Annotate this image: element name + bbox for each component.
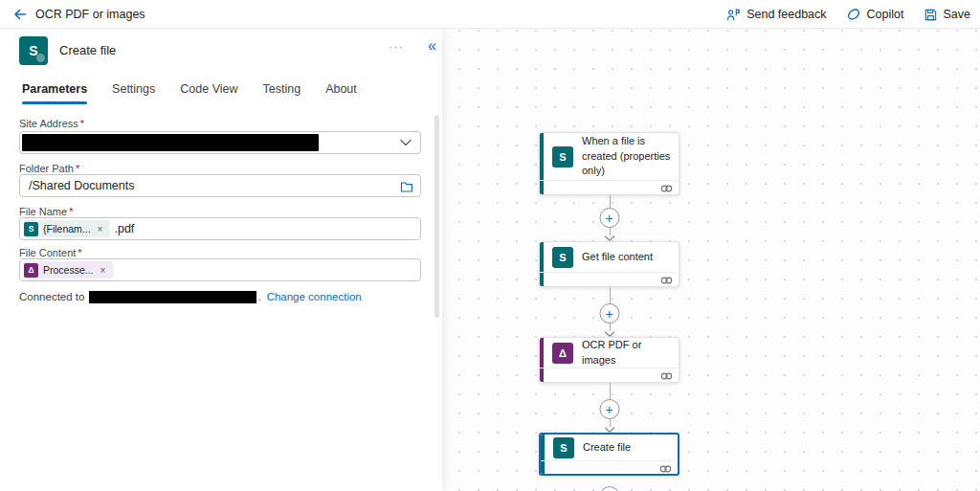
tab-code-view[interactable]: Code View	[180, 82, 237, 104]
folder-path-input[interactable]: /Shared Documents	[19, 174, 421, 197]
feedback-icon	[726, 8, 741, 22]
sharepoint-token-icon: S	[24, 222, 38, 236]
back-button[interactable]	[10, 4, 31, 25]
node-body: S Create file	[541, 435, 678, 460]
file-content-label: File Content*	[19, 247, 82, 258]
node-when-a-file-is-created[interactable]: S When a file is created (properties onl…	[539, 132, 679, 195]
node-body: S When a file is created (properties onl…	[540, 133, 679, 180]
sharepoint-icon-dot	[36, 54, 45, 62]
copilot-label: Copilot	[867, 8, 904, 21]
ai-builder-token-icon: Δ	[24, 263, 38, 278]
connector	[539, 486, 679, 491]
connector: +	[539, 383, 679, 433]
site-address-label: Site Address*	[19, 118, 84, 129]
connection-info: Connected to . Change connection	[19, 289, 362, 304]
redacted-connection-name	[89, 291, 256, 303]
connection-link-icon	[660, 276, 673, 285]
copilot-icon	[846, 7, 861, 22]
insert-step-button[interactable]: +	[599, 399, 619, 419]
save-icon	[924, 8, 938, 22]
connected-to-text: Connected to	[19, 291, 84, 302]
save-label: Save	[944, 8, 971, 21]
node-body: S Get file content	[540, 242, 679, 272]
node-body: Δ OCR PDF or images	[540, 338, 679, 368]
more-options-button[interactable]: ···	[389, 39, 404, 54]
sharepoint-node-icon: S	[552, 247, 573, 268]
node-footer	[540, 368, 679, 383]
topbar: OCR PDF or images Send feedback	[0, 0, 980, 29]
folder-path-value: /Shared Documents	[20, 179, 134, 192]
send-feedback-label: Send feedback	[746, 8, 826, 21]
chevron-down-icon	[400, 139, 412, 146]
required-asterisk: *	[69, 206, 73, 217]
tab-testing[interactable]: Testing	[263, 82, 301, 104]
connector: +	[539, 195, 679, 241]
action-title: Create file	[59, 43, 116, 57]
file-extension-text: .pdf	[114, 222, 134, 235]
action-panel: S Create file ··· « Parameters Settings …	[0, 29, 442, 491]
required-asterisk: *	[78, 247, 81, 258]
sharepoint-node-icon: S	[552, 146, 573, 167]
node-create-file[interactable]: S Create file	[539, 433, 679, 476]
connection-link-icon	[660, 184, 673, 193]
tab-settings[interactable]: Settings	[112, 82, 155, 104]
connection-link-icon	[659, 464, 672, 474]
flow-canvas[interactable]: S When a file is created (properties onl…	[442, 29, 980, 491]
file-name-input[interactable]: S {Filenam... × .pdf	[19, 217, 421, 240]
sharepoint-node-icon: S	[553, 437, 574, 458]
node-title: Create file	[583, 440, 631, 455]
node-footer	[541, 460, 678, 476]
connector: +	[539, 287, 679, 337]
insert-step-button[interactable]	[599, 486, 619, 491]
node-get-file-content[interactable]: S Get file content	[539, 241, 679, 287]
node-title: Get file content	[582, 250, 653, 264]
tab-about[interactable]: About	[325, 82, 357, 104]
tab-parameters[interactable]: Parameters	[22, 82, 87, 104]
filename-token-label: {Filenam...	[43, 223, 91, 234]
redacted-site-address-value	[22, 134, 319, 151]
flow-title: OCR PDF or images	[35, 0, 145, 29]
sharepoint-connector-icon: S	[19, 36, 48, 65]
save-button[interactable]: Save	[924, 0, 971, 29]
copilot-button[interactable]: Copilot	[846, 0, 904, 29]
change-connection-link[interactable]: Change connection	[267, 291, 362, 302]
filename-token[interactable]: S {Filenam... ×	[24, 220, 110, 237]
panel-tabs: Parameters Settings Code View Testing Ab…	[22, 82, 357, 104]
panel-scrollbar[interactable]	[434, 115, 439, 318]
node-ocr-pdf-or-images[interactable]: Δ OCR PDF or images	[539, 337, 679, 383]
folder-picker-icon	[400, 181, 413, 193]
remove-token-button[interactable]: ×	[99, 265, 108, 276]
file-name-label: File Name*	[19, 206, 73, 217]
insert-step-button[interactable]: +	[599, 208, 619, 228]
collapse-panel-button[interactable]: «	[428, 37, 436, 55]
topbar-actions: Send feedback Copilot Sa	[726, 0, 970, 29]
required-asterisk: *	[80, 118, 84, 129]
arrow-left-icon	[12, 7, 28, 22]
file-content-token[interactable]: Δ Processe... ×	[24, 261, 113, 279]
remove-token-button[interactable]: ×	[96, 224, 105, 234]
node-title: When a file is created (properties only)	[582, 134, 671, 178]
flow-designer: OCR PDF or images Send feedback	[0, 0, 980, 491]
insert-step-button[interactable]: +	[599, 303, 619, 324]
send-feedback-button[interactable]: Send feedback	[726, 0, 826, 29]
node-footer	[540, 180, 679, 195]
file-content-token-label: Processe...	[43, 264, 94, 276]
node-title: OCR PDF or images	[582, 338, 671, 368]
file-content-input[interactable]: Δ Processe... ×	[19, 258, 421, 281]
required-asterisk: *	[76, 163, 79, 174]
folder-picker-button[interactable]	[398, 178, 415, 195]
node-footer	[540, 272, 679, 287]
site-address-dropdown[interactable]	[19, 131, 421, 154]
folder-path-label: Folder Path*	[19, 163, 79, 174]
connection-separator: .	[257, 291, 260, 302]
connection-link-icon	[660, 371, 673, 381]
ai-builder-node-icon: Δ	[552, 343, 573, 364]
